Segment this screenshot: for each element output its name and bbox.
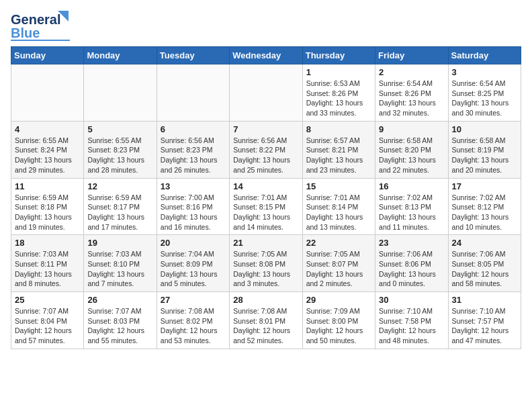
day-number: 22	[306, 238, 371, 248]
weekday-header-row: SundayMondayTuesdayWednesdayThursdayFrid…	[11, 47, 521, 64]
weekday-header-wednesday: Wednesday	[230, 47, 302, 64]
weekday-header-monday: Monday	[84, 47, 157, 64]
calendar-cell: 3Sunrise: 6:54 AM Sunset: 8:25 PM Daylig…	[448, 64, 521, 122]
day-number: 27	[161, 295, 226, 305]
calendar-cell: 10Sunrise: 6:58 AM Sunset: 8:19 PM Dayli…	[448, 121, 521, 178]
day-info: Sunrise: 6:59 AM Sunset: 8:17 PM Dayligh…	[87, 193, 152, 232]
day-number: 3	[452, 67, 517, 77]
day-number: 19	[87, 238, 152, 248]
day-info: Sunrise: 7:02 AM Sunset: 8:13 PM Dayligh…	[379, 193, 444, 232]
day-info: Sunrise: 7:10 AM Sunset: 7:57 PM Dayligh…	[452, 306, 517, 346]
day-info: Sunrise: 7:01 AM Sunset: 8:15 PM Dayligh…	[233, 193, 298, 232]
page-header: GeneralBlue	[11, 11, 521, 41]
svg-text:General: General	[11, 12, 60, 27]
calendar-cell: 25Sunrise: 7:07 AM Sunset: 8:04 PM Dayli…	[11, 292, 84, 349]
day-info: Sunrise: 6:54 AM Sunset: 8:25 PM Dayligh…	[452, 79, 517, 118]
day-number: 2	[379, 67, 444, 77]
calendar-cell: 2Sunrise: 6:54 AM Sunset: 8:26 PM Daylig…	[375, 64, 448, 122]
day-info: Sunrise: 7:06 AM Sunset: 8:06 PM Dayligh…	[379, 249, 444, 289]
day-info: Sunrise: 6:55 AM Sunset: 8:24 PM Dayligh…	[15, 136, 80, 175]
calendar-cell	[230, 64, 302, 122]
day-info: Sunrise: 7:08 AM Sunset: 8:01 PM Dayligh…	[233, 306, 298, 346]
day-number: 9	[379, 124, 444, 134]
day-info: Sunrise: 7:05 AM Sunset: 8:08 PM Dayligh…	[233, 249, 298, 289]
calendar-cell: 5Sunrise: 6:55 AM Sunset: 8:23 PM Daylig…	[84, 121, 157, 178]
calendar-cell: 27Sunrise: 7:08 AM Sunset: 8:02 PM Dayli…	[157, 292, 229, 349]
calendar-week-5: 25Sunrise: 7:07 AM Sunset: 8:04 PM Dayli…	[11, 292, 521, 349]
day-info: Sunrise: 7:07 AM Sunset: 8:03 PM Dayligh…	[87, 306, 152, 346]
calendar-cell: 30Sunrise: 7:10 AM Sunset: 7:58 PM Dayli…	[375, 292, 448, 349]
calendar-cell: 20Sunrise: 7:04 AM Sunset: 8:09 PM Dayli…	[157, 235, 229, 292]
day-info: Sunrise: 7:04 AM Sunset: 8:09 PM Dayligh…	[161, 249, 226, 289]
svg-rect-3	[11, 40, 70, 41]
calendar-cell: 4Sunrise: 6:55 AM Sunset: 8:24 PM Daylig…	[11, 121, 84, 178]
calendar-cell: 15Sunrise: 7:01 AM Sunset: 8:14 PM Dayli…	[302, 178, 375, 235]
day-info: Sunrise: 7:06 AM Sunset: 8:05 PM Dayligh…	[452, 249, 517, 289]
calendar-cell	[157, 64, 229, 122]
day-info: Sunrise: 6:55 AM Sunset: 8:23 PM Dayligh…	[87, 136, 152, 175]
day-number: 6	[161, 124, 226, 134]
calendar-week-4: 18Sunrise: 7:03 AM Sunset: 8:11 PM Dayli…	[11, 235, 521, 292]
day-number: 12	[87, 181, 152, 191]
day-number: 4	[15, 124, 80, 134]
day-number: 1	[306, 67, 371, 77]
day-info: Sunrise: 6:58 AM Sunset: 8:20 PM Dayligh…	[379, 136, 444, 175]
calendar-cell: 11Sunrise: 6:59 AM Sunset: 8:18 PM Dayli…	[11, 178, 84, 235]
calendar-cell: 16Sunrise: 7:02 AM Sunset: 8:13 PM Dayli…	[375, 178, 448, 235]
day-number: 15	[306, 181, 371, 191]
calendar-cell	[84, 64, 157, 122]
day-number: 16	[379, 181, 444, 191]
calendar-cell: 19Sunrise: 7:03 AM Sunset: 8:10 PM Dayli…	[84, 235, 157, 292]
calendar-cell: 12Sunrise: 6:59 AM Sunset: 8:17 PM Dayli…	[84, 178, 157, 235]
calendar-cell: 8Sunrise: 6:57 AM Sunset: 8:21 PM Daylig…	[302, 121, 375, 178]
day-info: Sunrise: 6:54 AM Sunset: 8:26 PM Dayligh…	[379, 79, 444, 118]
day-number: 18	[15, 238, 80, 248]
day-info: Sunrise: 7:03 AM Sunset: 8:11 PM Dayligh…	[15, 249, 80, 289]
day-number: 7	[233, 124, 298, 134]
day-number: 14	[233, 181, 298, 191]
calendar-cell: 22Sunrise: 7:05 AM Sunset: 8:07 PM Dayli…	[302, 235, 375, 292]
calendar-cell	[11, 64, 84, 122]
day-number: 26	[87, 295, 152, 305]
day-number: 20	[161, 238, 226, 248]
calendar-cell: 18Sunrise: 7:03 AM Sunset: 8:11 PM Dayli…	[11, 235, 84, 292]
calendar-week-1: 1Sunrise: 6:53 AM Sunset: 8:26 PM Daylig…	[11, 64, 521, 122]
day-number: 11	[15, 181, 80, 191]
weekday-header-saturday: Saturday	[448, 47, 521, 64]
day-number: 24	[452, 238, 517, 248]
calendar-cell: 13Sunrise: 7:00 AM Sunset: 8:16 PM Dayli…	[157, 178, 229, 235]
svg-text:Blue: Blue	[11, 26, 40, 40]
day-info: Sunrise: 7:02 AM Sunset: 8:12 PM Dayligh…	[452, 193, 517, 232]
weekday-header-friday: Friday	[375, 47, 448, 64]
day-info: Sunrise: 6:59 AM Sunset: 8:18 PM Dayligh…	[15, 193, 80, 232]
calendar-cell: 21Sunrise: 7:05 AM Sunset: 8:08 PM Dayli…	[230, 235, 302, 292]
day-info: Sunrise: 7:07 AM Sunset: 8:04 PM Dayligh…	[15, 306, 80, 346]
day-number: 21	[233, 238, 298, 248]
day-number: 29	[306, 295, 371, 305]
day-number: 13	[161, 181, 226, 191]
calendar-cell: 17Sunrise: 7:02 AM Sunset: 8:12 PM Dayli…	[448, 178, 521, 235]
day-number: 31	[452, 295, 517, 305]
calendar-cell: 7Sunrise: 6:56 AM Sunset: 8:22 PM Daylig…	[230, 121, 302, 178]
weekday-header-tuesday: Tuesday	[157, 47, 229, 64]
calendar-cell: 14Sunrise: 7:01 AM Sunset: 8:15 PM Dayli…	[230, 178, 302, 235]
day-info: Sunrise: 7:10 AM Sunset: 7:58 PM Dayligh…	[379, 306, 444, 346]
calendar-week-2: 4Sunrise: 6:55 AM Sunset: 8:24 PM Daylig…	[11, 121, 521, 178]
day-number: 17	[452, 181, 517, 191]
calendar-cell: 26Sunrise: 7:07 AM Sunset: 8:03 PM Dayli…	[84, 292, 157, 349]
calendar-cell: 29Sunrise: 7:09 AM Sunset: 8:00 PM Dayli…	[302, 292, 375, 349]
calendar-cell: 9Sunrise: 6:58 AM Sunset: 8:20 PM Daylig…	[375, 121, 448, 178]
day-number: 5	[87, 124, 152, 134]
day-info: Sunrise: 6:58 AM Sunset: 8:19 PM Dayligh…	[452, 136, 517, 175]
day-info: Sunrise: 7:00 AM Sunset: 8:16 PM Dayligh…	[161, 193, 226, 232]
weekday-header-sunday: Sunday	[11, 47, 84, 64]
day-info: Sunrise: 7:09 AM Sunset: 8:00 PM Dayligh…	[306, 306, 371, 346]
day-info: Sunrise: 7:01 AM Sunset: 8:14 PM Dayligh…	[306, 193, 371, 232]
day-info: Sunrise: 6:53 AM Sunset: 8:26 PM Dayligh…	[306, 79, 371, 118]
day-info: Sunrise: 6:56 AM Sunset: 8:22 PM Dayligh…	[233, 136, 298, 175]
day-info: Sunrise: 6:57 AM Sunset: 8:21 PM Dayligh…	[306, 136, 371, 175]
day-info: Sunrise: 7:08 AM Sunset: 8:02 PM Dayligh…	[161, 306, 226, 346]
day-info: Sunrise: 6:56 AM Sunset: 8:23 PM Dayligh…	[161, 136, 226, 175]
day-number: 23	[379, 238, 444, 248]
calendar-cell: 6Sunrise: 6:56 AM Sunset: 8:23 PM Daylig…	[157, 121, 229, 178]
